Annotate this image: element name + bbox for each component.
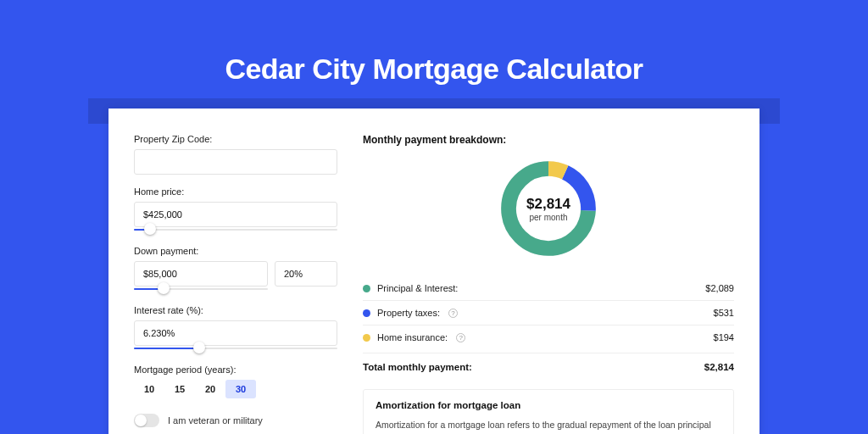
breakdown-legend: Principal & Interest:$2,089Property taxe… xyxy=(363,276,734,353)
legend-left: Property taxes:? xyxy=(363,308,458,318)
total-value: $2,814 xyxy=(704,362,734,372)
zip-input[interactable] xyxy=(134,149,337,175)
donut-chart: $2,814 per month xyxy=(496,156,601,261)
interest-input[interactable] xyxy=(134,320,337,346)
period-tabs: 10152030 xyxy=(134,380,337,398)
slider-knob[interactable] xyxy=(144,223,156,235)
legend-row: Principal & Interest:$2,089 xyxy=(363,276,734,301)
legend-value: $194 xyxy=(714,332,734,342)
page-title: Cedar City Mortgage Calculator xyxy=(0,0,868,86)
slider-knob[interactable] xyxy=(158,282,170,294)
period-group: Mortgage period (years): 10152030 xyxy=(134,364,337,398)
down-payment-input[interactable] xyxy=(134,261,268,287)
help-icon[interactable]: ? xyxy=(448,309,458,318)
legend-dot-icon xyxy=(363,309,370,317)
period-tab-15[interactable]: 15 xyxy=(164,380,195,398)
veteran-row: I am veteran or military xyxy=(134,414,337,427)
calculator-card: Property Zip Code: Home price: Down paym… xyxy=(108,108,760,434)
interest-slider[interactable] xyxy=(134,344,337,353)
amortization-box: Amortization for mortgage loan Amortizat… xyxy=(363,389,734,434)
total-row: Total monthly payment: $2,814 xyxy=(363,353,734,384)
legend-dot-icon xyxy=(363,285,370,292)
zip-group: Property Zip Code: xyxy=(134,134,337,175)
period-tab-20[interactable]: 20 xyxy=(195,380,225,398)
breakdown-title: Monthly payment breakdown: xyxy=(363,134,734,146)
legend-value: $531 xyxy=(714,308,734,318)
amortization-title: Amortization for mortgage loan xyxy=(376,400,721,410)
donut-amount: $2,814 xyxy=(526,196,570,213)
home-price-label: Home price: xyxy=(134,186,337,197)
period-tab-10[interactable]: 10 xyxy=(134,380,164,398)
legend-dot-icon xyxy=(363,334,370,342)
breakdown-column: Monthly payment breakdown: $2,814 per mo… xyxy=(363,134,734,434)
down-payment-slider[interactable] xyxy=(134,285,268,293)
down-payment-label: Down payment: xyxy=(134,246,337,256)
period-label: Mortgage period (years): xyxy=(134,364,337,375)
period-tab-30[interactable]: 30 xyxy=(225,380,256,398)
donut-sub: per month xyxy=(529,213,567,222)
amortization-text: Amortization for a mortgage loan refers … xyxy=(376,419,721,434)
slider-track xyxy=(134,229,337,231)
legend-label: Home insurance: xyxy=(377,332,448,342)
legend-left: Principal & Interest: xyxy=(363,283,458,293)
page-background: Cedar City Mortgage Calculator Property … xyxy=(0,0,868,434)
zip-label: Property Zip Code: xyxy=(134,134,337,144)
legend-value: $2,089 xyxy=(705,283,734,293)
down-payment-pct-input[interactable] xyxy=(275,261,337,287)
slider-knob[interactable] xyxy=(193,342,205,353)
help-icon[interactable]: ? xyxy=(456,333,465,342)
legend-row: Home insurance:?$194 xyxy=(363,326,734,353)
legend-label: Property taxes: xyxy=(377,308,440,318)
interest-group: Interest rate (%): xyxy=(134,305,337,353)
total-label: Total monthly payment: xyxy=(363,362,472,372)
donut-center: $2,814 per month xyxy=(496,156,601,261)
home-price-group: Home price: xyxy=(134,186,337,234)
toggle-knob xyxy=(135,415,147,426)
legend-left: Home insurance:? xyxy=(363,332,465,342)
veteran-label: I am veteran or military xyxy=(168,415,263,426)
home-price-input[interactable] xyxy=(134,202,337,227)
home-price-slider[interactable] xyxy=(134,225,337,234)
legend-label: Principal & Interest: xyxy=(377,283,458,293)
slider-fill xyxy=(134,348,199,349)
down-payment-group: Down payment: xyxy=(134,246,337,293)
interest-label: Interest rate (%): xyxy=(134,305,337,315)
inputs-column: Property Zip Code: Home price: Down paym… xyxy=(134,134,337,434)
legend-row: Property taxes:?$531 xyxy=(363,301,734,326)
veteran-toggle[interactable] xyxy=(134,414,159,427)
donut-chart-wrap: $2,814 per month xyxy=(363,156,734,261)
